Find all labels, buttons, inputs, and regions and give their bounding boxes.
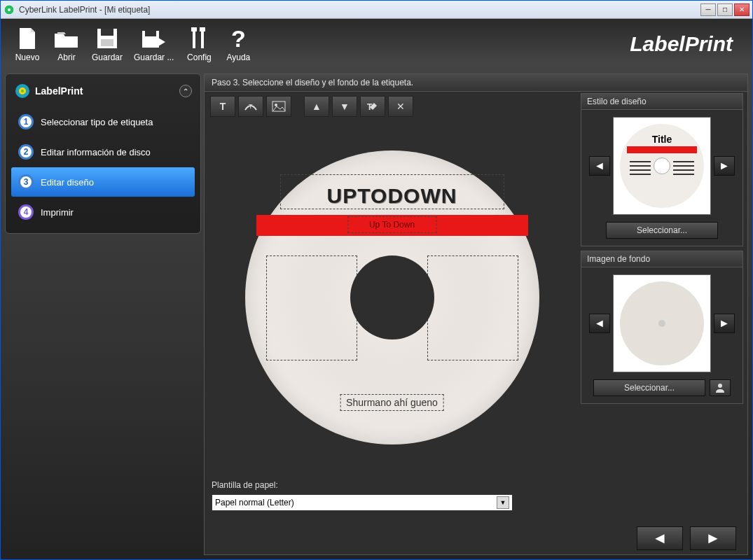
collapse-icon[interactable]: ⌃ <box>179 85 192 97</box>
new-label: Nuevo <box>15 52 40 62</box>
svg-point-14 <box>21 90 24 92</box>
prev-step-button[interactable]: ◄ <box>637 526 683 550</box>
paper-template-label: Plantilla de papel: <box>212 480 572 490</box>
folder-open-icon <box>53 26 81 51</box>
disc-hole <box>350 255 434 340</box>
add-text-button[interactable]: T <box>210 96 235 117</box>
config-label: Config <box>187 52 212 62</box>
save-as-button[interactable]: Guardar ... <box>134 26 174 62</box>
design-style-header: Estilo de diseño <box>581 94 742 110</box>
app-icon <box>4 4 15 15</box>
config-button[interactable]: Config <box>185 26 213 62</box>
disc-preview[interactable]: UPTODOWN Up To Down Shurmano ahí gueno <box>210 120 574 475</box>
minimize-button[interactable]: ─ <box>700 4 716 16</box>
move-up-button[interactable]: ▲ <box>304 96 329 117</box>
svg-rect-8 <box>191 27 197 31</box>
delete-button[interactable]: ✕ <box>388 96 413 117</box>
editor-pane: T T ▲ ▼ T ✕ UPTODOWN <box>205 92 579 522</box>
design-prev-button[interactable]: ◄ <box>589 156 610 176</box>
step-number-3: 3 <box>18 174 34 190</box>
step-label: Imprimir <box>41 207 74 218</box>
save-button[interactable]: Guardar <box>92 26 123 62</box>
svg-rect-4 <box>101 39 113 46</box>
svg-rect-16 <box>272 102 285 111</box>
main-toolbar: Nuevo Abrir Guardar Guardar ... Config ?… <box>1 19 752 69</box>
step-edit-design[interactable]: 3 Editar diseño <box>11 167 195 197</box>
thumb-band <box>627 146 697 153</box>
save-icon <box>93 26 121 51</box>
titlebar: CyberLink LabelPrint - [Mi etiqueta] ─ □… <box>1 1 752 19</box>
bg-next-button[interactable]: ► <box>714 314 735 333</box>
paper-template-value: Papel normal (Letter) <box>215 498 294 507</box>
step-edit-disc-info[interactable]: 2 Editar información de disco <box>11 137 195 167</box>
edit-toolbar: T T ▲ ▼ T ✕ <box>210 96 574 117</box>
background-image-panel: Imagen de fondo ◄ ► <box>581 251 743 404</box>
tools-icon <box>185 26 213 51</box>
save-as-icon <box>140 26 168 51</box>
maximize-button[interactable]: □ <box>717 4 733 16</box>
svg-point-1 <box>8 8 11 11</box>
svg-point-27 <box>718 384 722 388</box>
sidebar: LabelPrint ⌃ 1 Seleccionar tipo de etiqu… <box>5 74 201 555</box>
svg-rect-9 <box>201 29 204 48</box>
svg-text:?: ? <box>231 26 246 51</box>
chevron-down-icon: ▼ <box>497 496 509 509</box>
labelprint-icon <box>14 83 31 99</box>
right-content-placeholder[interactable] <box>427 255 518 360</box>
background-image-header: Imagen de fondo <box>581 251 742 267</box>
help-label: Ayuda <box>226 52 250 62</box>
file-icon <box>13 26 41 51</box>
bg-thumbnail[interactable] <box>613 274 711 372</box>
help-button[interactable]: ? Ayuda <box>224 26 252 62</box>
step-label: Editar diseño <box>41 177 94 188</box>
svg-rect-3 <box>101 29 113 36</box>
thumb-title: Title <box>620 134 704 145</box>
save-as-label: Guardar ... <box>134 52 174 62</box>
edit-text-button[interactable]: T <box>360 96 385 117</box>
app-body: Nuevo Abrir Guardar Guardar ... Config ?… <box>1 19 752 559</box>
step-number-1: 1 <box>18 114 34 130</box>
add-curved-text-button[interactable]: T <box>238 96 263 117</box>
add-image-button[interactable] <box>266 96 291 117</box>
bg-prev-button[interactable]: ◄ <box>589 314 610 333</box>
move-down-button[interactable]: ▼ <box>332 96 357 117</box>
paper-template-select[interactable]: Papel normal (Letter) ▼ <box>212 494 513 511</box>
content-area: Paso 3. Seleccione el diseño y el fondo … <box>204 74 748 555</box>
step-number-4: 4 <box>18 204 34 220</box>
help-icon: ? <box>224 26 252 51</box>
disc-footer-text[interactable]: Shurmano ahí gueno <box>340 394 444 411</box>
app-window: CyberLink LabelPrint - [Mi etiqueta] ─ □… <box>0 0 753 560</box>
svg-text:T: T <box>249 103 253 110</box>
disc-title-text[interactable]: UPTODOWN <box>327 184 457 208</box>
svg-rect-10 <box>200 27 205 31</box>
svg-point-17 <box>275 104 277 106</box>
step-label: Seleccionar tipo de etiqueta <box>41 117 153 127</box>
step-select-label-type[interactable]: 1 Seleccionar tipo de etiqueta <box>11 107 195 136</box>
open-button[interactable]: Abrir <box>53 26 81 62</box>
lines-icon <box>673 159 694 180</box>
lines-icon <box>630 159 651 180</box>
design-style-panel: Estilo de diseño ◄ Title <box>581 93 743 246</box>
steps-panel: LabelPrint ⌃ 1 Seleccionar tipo de etiqu… <box>5 74 201 234</box>
step-instruction: Paso 3. Seleccione el diseño y el fondo … <box>205 74 747 92</box>
design-thumbnail[interactable]: Title <box>613 117 711 215</box>
next-step-button[interactable]: ► <box>690 526 736 550</box>
step-label: Editar información de disco <box>41 147 151 158</box>
save-label: Guardar <box>92 52 123 62</box>
design-next-button[interactable]: ► <box>714 156 735 176</box>
left-content-placeholder[interactable] <box>266 255 357 360</box>
brand-label: LabelPrint <box>630 32 733 56</box>
new-button[interactable]: Nuevo <box>13 26 41 62</box>
svg-rect-6 <box>145 31 156 36</box>
disc-subtitle-text[interactable]: Up To Down <box>347 216 436 233</box>
step-print[interactable]: 4 Imprimir <box>11 197 195 227</box>
close-button[interactable]: ✕ <box>734 4 749 16</box>
bg-select-button[interactable]: Seleccionar... <box>593 379 705 396</box>
design-select-button[interactable]: Seleccionar... <box>606 222 718 239</box>
sidebar-title: LabelPrint <box>35 85 83 97</box>
bg-browse-button[interactable] <box>710 379 731 396</box>
main-area: LabelPrint ⌃ 1 Seleccionar tipo de etiqu… <box>1 69 752 559</box>
svg-rect-7 <box>193 29 195 48</box>
sidebar-header: LabelPrint ⌃ <box>8 80 198 106</box>
person-icon <box>714 383 726 393</box>
